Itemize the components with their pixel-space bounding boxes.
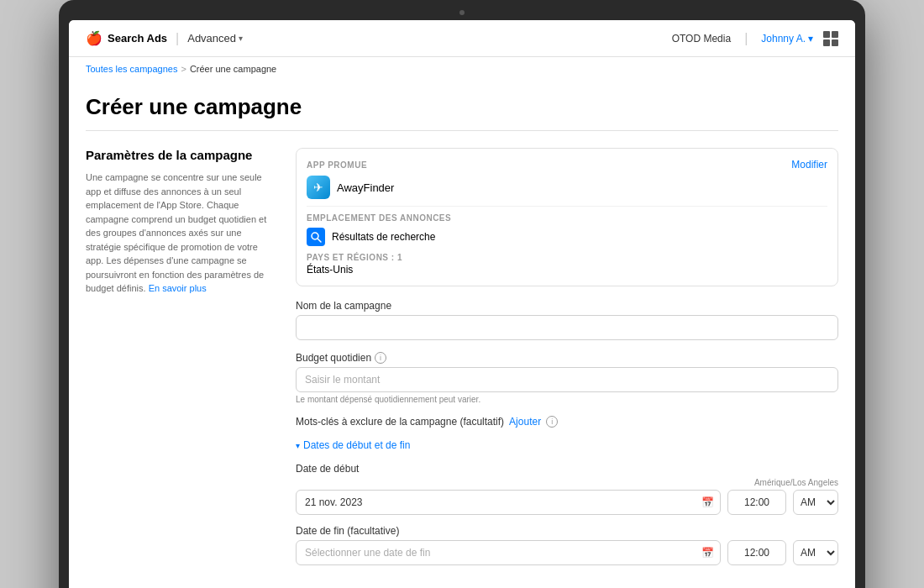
learn-more-link[interactable]: En savoir plus (149, 283, 207, 293)
main-content: Créer une campagne Paramètres de la camp… (69, 81, 855, 588)
country-section: PAYS ET RÉGIONS : 1 États-Unis (307, 253, 827, 276)
keywords-add-link[interactable]: Ajouter (509, 416, 541, 428)
start-date-inputs: 📅 AM PM (296, 490, 838, 515)
end-date-inputs: 📅 AM PM (296, 540, 838, 565)
right-panel: APP PROMUE Modifier ✈ AwayFinder EMPLACE… (296, 148, 838, 575)
chevron-down-icon: ▾ (239, 34, 243, 43)
end-date-input[interactable] (296, 540, 721, 565)
org-name: OTOD Media (672, 33, 731, 45)
breadcrumb-parent[interactable]: Toutes les campagnes (86, 64, 177, 74)
start-ampm-select[interactable]: AM PM (793, 490, 838, 515)
keywords-label: Mots-clés à exclure de la campagne (facu… (296, 416, 504, 428)
end-time-input[interactable] (727, 540, 786, 565)
breadcrumb: Toutes les campagnes > Créer une campagn… (69, 57, 855, 81)
svg-line-1 (318, 239, 321, 242)
campaign-name-input[interactable] (296, 315, 838, 340)
app-name: AwayFinder (337, 181, 394, 194)
nav-right: OTOD Media | Johnny A. ▾ (672, 31, 838, 46)
brand-name: Search Ads (108, 32, 167, 45)
budget-info-icon[interactable]: i (375, 352, 386, 364)
start-date-label: Date de début (296, 463, 838, 475)
start-date-input-wrap: 📅 (296, 490, 721, 515)
mode-selector[interactable]: Advanced ▾ (187, 32, 243, 45)
campaign-name-label: Nom de la campagne (296, 300, 838, 312)
budget-hint: Le montant dépensé quotidiennement peut … (296, 395, 838, 404)
end-date-input-wrap: 📅 (296, 540, 721, 565)
user-chevron-icon: ▾ (808, 33, 813, 45)
start-time-input[interactable] (727, 490, 786, 515)
dates-toggle-label: Dates de début et de fin (303, 439, 410, 451)
budget-input[interactable] (296, 367, 838, 392)
modify-button[interactable]: Modifier (791, 159, 827, 171)
app-row: ✈ AwayFinder (307, 176, 827, 199)
nav-left: 🍎 Search Ads | Advanced ▾ (86, 30, 243, 46)
keywords-info-icon[interactable]: i (546, 416, 558, 428)
budget-label: Budget quotidien i (296, 352, 838, 364)
page-title: Créer une campagne (86, 94, 838, 120)
app-icon: ✈ (307, 176, 330, 199)
nav-divider: | (176, 31, 179, 46)
placement-icon (307, 228, 325, 246)
section-description: Une campagne se concentre sur une seule … (86, 171, 270, 296)
keywords-row: Mots-clés à exclure de la campagne (facu… (296, 416, 838, 428)
country-value: États-Unis (307, 264, 827, 276)
user-menu[interactable]: Johnny A. ▾ (761, 33, 813, 45)
end-date-label: Date de fin (facultative) (296, 525, 838, 537)
campaign-name-group: Nom de la campagne (296, 300, 838, 340)
placement-name: Résultats de recherche (332, 231, 435, 243)
budget-group: Budget quotidien i Le montant dépensé qu… (296, 352, 838, 404)
timezone-hint: Amérique/Los Angeles (296, 478, 838, 487)
breadcrumb-current: Créer une campagne (190, 64, 276, 74)
placement-row: Résultats de recherche (307, 228, 827, 246)
start-date-row: Date de début Amérique/Los Angeles 📅 (296, 463, 838, 515)
country-label: PAYS ET RÉGIONS : 1 (307, 253, 827, 262)
breadcrumb-separator: > (181, 64, 186, 74)
apple-logo-icon: 🍎 (86, 30, 102, 46)
app-card: APP PROMUE Modifier ✈ AwayFinder EMPLACE… (296, 148, 838, 286)
nav-sep: | (744, 31, 748, 46)
left-panel: Paramètres de la campagne Une campagne s… (86, 148, 270, 575)
section-divider-line (86, 130, 838, 131)
dates-chevron-icon: ▾ (296, 441, 300, 450)
start-date-input[interactable] (296, 490, 721, 515)
end-date-row: Date de fin (facultative) 📅 AM PM (296, 525, 838, 565)
top-nav: 🍎 Search Ads | Advanced ▾ OTOD Media | J… (69, 20, 855, 57)
card-divider (307, 206, 827, 207)
dates-toggle[interactable]: ▾ Dates de début et de fin (296, 439, 838, 451)
grid-view-icon[interactable] (823, 31, 838, 46)
section-title: Paramètres de la campagne (86, 148, 270, 162)
app-promo-label: APP PROMUE Modifier (307, 159, 827, 171)
placement-label: EMPLACEMENT DES ANNONCES (307, 213, 827, 223)
form-layout: Paramètres de la campagne Une campagne s… (86, 148, 838, 575)
start-date-container: Amérique/Los Angeles 📅 AM PM (296, 478, 838, 515)
end-ampm-select[interactable]: AM PM (793, 540, 838, 565)
